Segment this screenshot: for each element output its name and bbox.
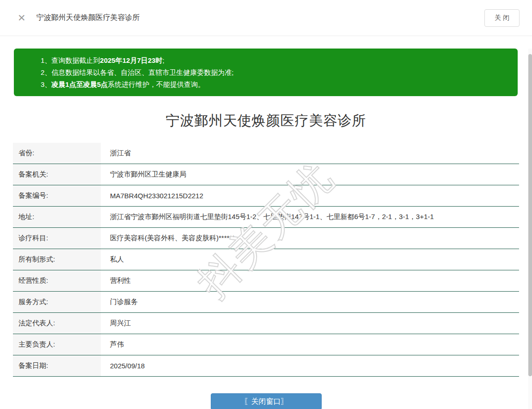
row-label: 经营性质: (13, 270, 101, 291)
row-value: 营利性 (101, 270, 519, 291)
table-row: 地址: 浙江省宁波市鄞州区福明街道七里垫街145号1-2、七里垫街147号1-1… (13, 207, 519, 228)
notice-line-text: 信息数据结果以各省、自治区、直辖市卫生健康委数据为准; (51, 68, 233, 76)
row-label: 备案机关: (13, 164, 101, 185)
window-title: 宁波鄞州天使焕颜医疗美容诊所 (37, 13, 140, 23)
page-title: 宁波鄞州天使焕颜医疗美容诊所 (0, 111, 532, 130)
notice-line-number: 1、 (41, 56, 51, 64)
notice-line-text: ; (162, 56, 164, 64)
close-button[interactable]: 关 闭 (484, 9, 520, 27)
row-value: 宁波市鄞州区卫生健康局 (101, 164, 519, 185)
notice-line-number: 3、 (41, 80, 51, 88)
row-value: 门诊服务 (101, 292, 519, 312)
row-value: 2025/09/18 (101, 355, 519, 376)
scrollbar-track (528, 49, 532, 409)
row-label: 法定代表人: (13, 313, 101, 334)
close-x-icon[interactable]: ✕ (18, 13, 26, 23)
row-value: 浙江省宁波市鄞州区福明街道七里垫街145号1-2、七里垫街147号1-1、七里新… (101, 207, 519, 227)
row-label: 诊疗科目: (13, 228, 101, 249)
notice-line: 2、信息数据结果以各省、自治区、直辖市卫生健康委数据为准; (41, 67, 508, 79)
notice-line-bold: 2025年12月7日23时 (100, 56, 162, 64)
row-value: 医疗美容科(美容外科、美容皮肤科)****** (101, 228, 519, 249)
row-label: 地址: (13, 207, 101, 227)
top-bar: ✕ 宁波鄞州天使焕颜医疗美容诊所 关 闭 (0, 0, 532, 36)
table-row: 诊疗科目: 医疗美容科(美容外科、美容皮肤科)****** (13, 228, 519, 249)
notice-line-number: 2、 (41, 68, 51, 76)
table-row: 备案机关: 宁波市鄞州区卫生健康局 (13, 164, 519, 185)
table-row: 备案日期: 2025/09/18 (13, 355, 519, 377)
row-value: 浙江省 (101, 143, 519, 164)
row-label: 备案日期: (13, 355, 101, 376)
table-row: 经营性质: 营利性 (13, 270, 519, 292)
content-area: 1、查询数据截止到2025年12月7日23时; 2、信息数据结果以各省、自治区、… (0, 49, 532, 409)
row-label: 主要负责人: (13, 334, 101, 355)
close-window-button[interactable]: 〖关闭窗口〗 (211, 393, 322, 409)
table-row: 法定代表人: 周兴江 (13, 313, 519, 334)
notice-box: 1、查询数据截止到2025年12月7日23时; 2、信息数据结果以各省、自治区、… (14, 49, 518, 96)
row-label: 备案编号: (13, 185, 101, 206)
row-label: 所有制形式: (13, 249, 101, 270)
row-label: 服务方式: (13, 292, 101, 312)
row-value: 芦伟 (101, 334, 519, 355)
row-value: 周兴江 (101, 313, 519, 334)
notice-line-bold: 凌晨1点至凌晨5点 (51, 80, 108, 88)
notice-line-text: 系统进行维护，不能提供查询。 (108, 80, 205, 88)
table-row: 备案编号: MA7BR4QH233021215D2212 (13, 185, 519, 207)
table-row: 所有制形式: 私人 (13, 249, 519, 270)
scrollbar-thumb[interactable] (528, 54, 532, 376)
notice-line-text: 查询数据截止到 (51, 56, 100, 64)
info-table: 省份: 浙江省 备案机关: 宁波市鄞州区卫生健康局 备案编号: MA7BR4QH… (13, 143, 519, 377)
table-row: 省份: 浙江省 (13, 143, 519, 164)
row-label: 省份: (13, 143, 101, 164)
notice-line: 3、凌晨1点至凌晨5点系统进行维护，不能提供查询。 (41, 79, 508, 91)
table-row: 主要负责人: 芦伟 (13, 334, 519, 355)
table-row: 服务方式: 门诊服务 (13, 292, 519, 313)
row-value: 私人 (101, 249, 519, 270)
footer-button-area: 〖关闭窗口〗 (0, 393, 532, 409)
row-value: MA7BR4QH233021215D2212 (101, 185, 519, 206)
notice-line: 1、查询数据截止到2025年12月7日23时; (41, 55, 508, 67)
